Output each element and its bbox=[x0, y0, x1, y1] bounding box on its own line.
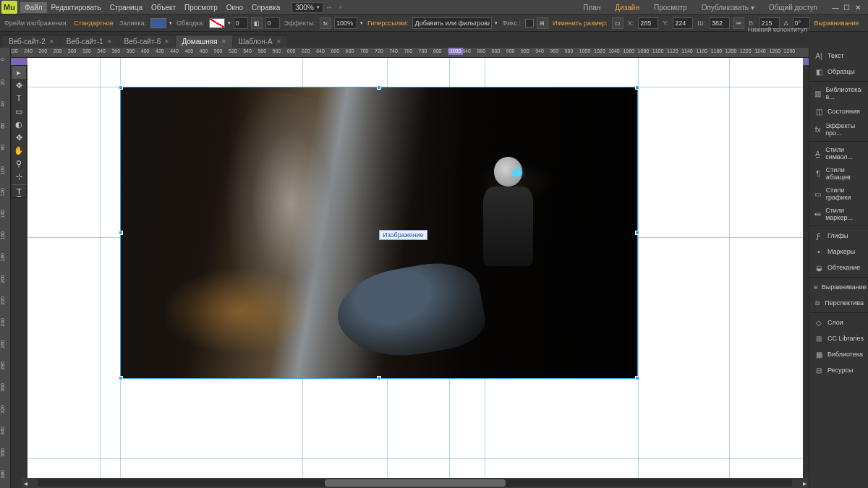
menu-object[interactable]: Объект bbox=[147, 2, 180, 13]
close-icon[interactable]: ✕ bbox=[221, 38, 226, 45]
ruler-tick: 680 bbox=[346, 48, 354, 53]
h-scrollbar[interactable]: ◂ ▸ bbox=[22, 478, 809, 488]
page[interactable]: Изображение bbox=[27, 58, 803, 478]
menu-edit[interactable]: Редактировать bbox=[47, 2, 106, 13]
panel-item[interactable]: A|Текст bbox=[809, 48, 868, 64]
tool-button[interactable]: ⊹ bbox=[12, 170, 26, 183]
doc-icon[interactable]: ▫ bbox=[336, 2, 346, 12]
panel-item[interactable]: ƑГлифы bbox=[809, 228, 868, 244]
x-input[interactable] bbox=[638, 17, 658, 29]
ruler-tick: 820 bbox=[448, 48, 456, 53]
w-input[interactable] bbox=[710, 17, 730, 29]
corner-input[interactable] bbox=[265, 17, 280, 29]
win-min-icon[interactable]: — bbox=[832, 4, 839, 11]
panel-item[interactable]: ¶Стили абзацев bbox=[809, 163, 868, 184]
image-frame[interactable]: Изображение bbox=[120, 87, 638, 379]
ruler-tick: 980 bbox=[565, 48, 574, 53]
panel-item[interactable]: fxЭффекты про... bbox=[809, 119, 868, 140]
close-icon[interactable]: ✕ bbox=[276, 38, 281, 45]
panel-item[interactable]: ⧈Перспектива bbox=[809, 295, 868, 311]
tool-button[interactable]: ✥ bbox=[12, 79, 26, 92]
ruler-tick: 740 bbox=[389, 48, 398, 53]
panel-item[interactable]: •Маркеры bbox=[809, 244, 868, 260]
panel-icon: ◇ bbox=[814, 317, 824, 328]
ruler-tick: 440 bbox=[170, 48, 179, 53]
opt-hyperlinks[interactable]: Гиперссылки: bbox=[366, 20, 409, 27]
panel-item[interactable]: ◇Слои bbox=[809, 314, 868, 330]
scroll-thumb[interactable] bbox=[325, 479, 506, 487]
fill-swatch[interactable] bbox=[150, 18, 166, 28]
panel-item[interactable]: ◫Состояния bbox=[809, 103, 868, 119]
footer-hint[interactable]: Нижний колонтитул bbox=[748, 26, 807, 33]
menu-file[interactable]: Файл bbox=[20, 2, 47, 13]
tool-button[interactable]: T̲ bbox=[12, 184, 26, 197]
hyperlink-input[interactable] bbox=[412, 17, 492, 29]
tool-button[interactable]: ▸ bbox=[12, 66, 26, 79]
ruler-tick: 1100 bbox=[652, 48, 664, 53]
doc-tab[interactable]: Веб-сайт-1✕ bbox=[61, 35, 118, 48]
panel-item[interactable]: ▥Библиотека в... bbox=[809, 83, 868, 103]
menu-window[interactable]: Окно bbox=[222, 2, 247, 13]
panel-item[interactable]: •≡Стили маркер... bbox=[809, 204, 868, 224]
win-max-icon[interactable]: ☐ bbox=[843, 4, 851, 11]
opt-standard[interactable]: Стандартное bbox=[72, 20, 115, 27]
close-icon[interactable]: ✕ bbox=[164, 38, 169, 45]
mode-design[interactable]: Дизайн bbox=[608, 2, 647, 13]
ruler-tick: 60 bbox=[0, 123, 10, 129]
options-bar: Фрейм изображения: Стандартное Заливка: … bbox=[0, 14, 868, 32]
opacity-input[interactable] bbox=[334, 17, 357, 29]
ruler-tick: 1200 bbox=[726, 48, 737, 53]
menu-view[interactable]: Просмотр bbox=[180, 2, 222, 13]
panels-strip: A|Текст◧Образцы▥Библиотека в...◫Состояни… bbox=[809, 48, 868, 488]
opt-resize[interactable]: Изменить размер: bbox=[551, 20, 609, 27]
panel-item[interactable]: ≡Выравнивание bbox=[809, 279, 868, 295]
y-input[interactable] bbox=[673, 17, 693, 29]
panel-icon: ▦ bbox=[814, 349, 824, 359]
panel-item[interactable]: ◧Образцы bbox=[809, 64, 868, 80]
link-wh-icon[interactable]: ⚯ bbox=[733, 17, 744, 29]
panel-item[interactable]: ⊟Ресурсы bbox=[809, 362, 868, 378]
panel-icon: ¶ bbox=[814, 168, 822, 179]
mode-preview[interactable]: Просмотр bbox=[647, 2, 694, 13]
fixed-checkbox[interactable] bbox=[525, 19, 534, 27]
tool-button[interactable]: ✋ bbox=[12, 144, 26, 157]
pin-icon[interactable]: ⊞ bbox=[537, 17, 548, 29]
canvas[interactable]: Изображение bbox=[11, 58, 809, 478]
close-icon[interactable]: ✕ bbox=[49, 38, 54, 45]
menu-page[interactable]: Страница bbox=[106, 2, 147, 13]
doc-tab[interactable]: Домашняя✕ bbox=[176, 35, 231, 48]
tool-button[interactable]: ▭ bbox=[12, 105, 26, 118]
win-close-icon[interactable]: ✕ bbox=[855, 4, 862, 11]
mode-share[interactable]: Общий доступ bbox=[762, 2, 825, 13]
opt-frame-label: Фрейм изображения: bbox=[3, 20, 69, 27]
panel-item[interactable]: ⊞CC Libraries bbox=[809, 330, 868, 346]
tool-button[interactable]: ◐ bbox=[12, 118, 26, 131]
doc-tab[interactable]: Шаблон-A✕ bbox=[233, 35, 287, 48]
corner-icon[interactable]: ◧ bbox=[251, 17, 263, 29]
sync-icon[interactable]: ↔ bbox=[324, 2, 334, 12]
resize-icon[interactable]: ▭ bbox=[612, 17, 624, 29]
stroke-width-input[interactable] bbox=[234, 17, 248, 29]
tool-button[interactable]: ✥ bbox=[12, 131, 26, 144]
stroke-swatch[interactable] bbox=[209, 18, 225, 28]
menu-help[interactable]: Справка bbox=[247, 2, 284, 13]
canvas-wrap: 1080 22024026028030032034036038040042044… bbox=[11, 48, 809, 488]
effects-icon[interactable]: fx bbox=[320, 17, 331, 29]
ruler-tick: 80 bbox=[0, 145, 10, 150]
opt-align[interactable]: Выравнивание bbox=[813, 20, 861, 27]
panel-item[interactable]: A̲Стили символ... bbox=[809, 143, 868, 163]
w-label: Ш: bbox=[696, 20, 707, 27]
panel-item[interactable]: ▦Библиотека bbox=[809, 346, 868, 362]
doc-tab[interactable]: Веб-сайт-2✕ bbox=[3, 35, 60, 48]
ruler-tick: 600 bbox=[287, 48, 296, 53]
mode-publish[interactable]: Опубликовать ▾ bbox=[694, 2, 762, 13]
zoom-select[interactable]: 300% bbox=[292, 2, 323, 13]
close-icon[interactable]: ✕ bbox=[107, 38, 112, 45]
app-logo: Mu bbox=[1, 1, 17, 14]
panel-item[interactable]: ◒Обтекание bbox=[809, 260, 868, 275]
tool-button[interactable]: ⚲ bbox=[12, 157, 26, 170]
doc-tab[interactable]: Веб-сайт-6✕ bbox=[119, 35, 176, 48]
mode-plan[interactable]: План bbox=[576, 2, 608, 13]
panel-item[interactable]: ▭Стили графики bbox=[809, 184, 868, 204]
tool-button[interactable]: T bbox=[12, 92, 26, 105]
